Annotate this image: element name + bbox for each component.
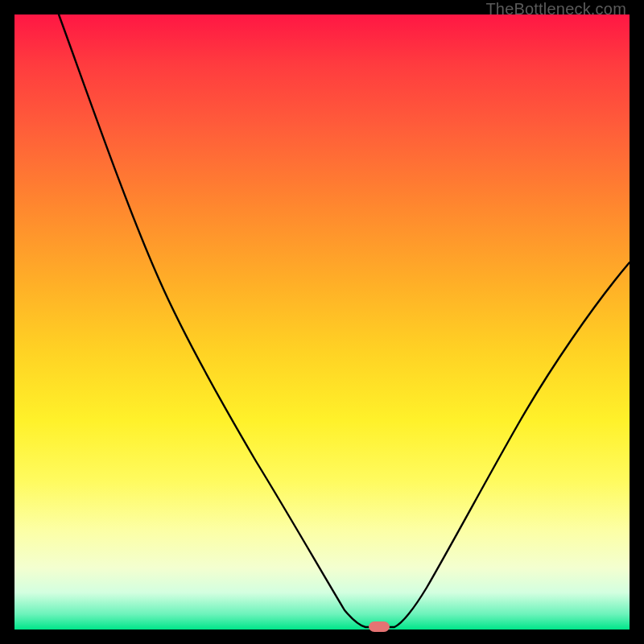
chart-svg [14, 14, 630, 630]
plot-area [14, 14, 630, 630]
bottleneck-curve [59, 14, 630, 627]
minimum-marker [369, 621, 390, 632]
chart-frame: TheBottleneck.com [0, 0, 644, 644]
